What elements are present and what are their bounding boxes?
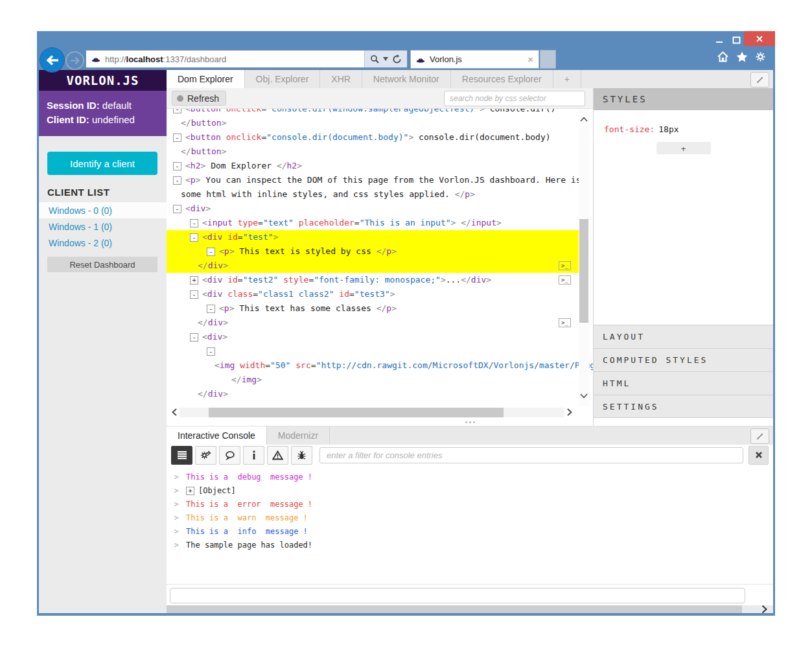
attach-console-button[interactable]: >_ <box>559 318 571 327</box>
scroll-up-icon[interactable] <box>579 114 589 124</box>
collapse-icon[interactable]: - <box>173 109 181 113</box>
reset-dashboard-button[interactable]: Reset Dashboard <box>47 257 157 272</box>
client-list-item[interactable]: Windows - 2 (0) <box>39 235 167 251</box>
scroll-right-icon[interactable] <box>759 604 769 613</box>
new-tab-button[interactable] <box>540 50 556 69</box>
scrollbar-thumb[interactable] <box>167 605 742 613</box>
tab-[interactable]: + <box>553 70 581 88</box>
tab-resources-explorer[interactable]: Resources Explorer <box>451 70 553 88</box>
dom-tree-node[interactable]: -<p> This text is styled by css </p> <box>167 244 579 259</box>
search-icon[interactable] <box>370 54 379 64</box>
filter-log-button[interactable] <box>219 446 240 465</box>
dom-tree-node[interactable]: -<div id="test"> <box>167 230 579 244</box>
caret-down-icon[interactable] <box>383 57 388 61</box>
collapse-icon[interactable]: - <box>173 134 181 142</box>
favorites-star-icon[interactable] <box>736 51 748 62</box>
node-search-input[interactable] <box>444 91 585 106</box>
filter-all-button[interactable] <box>171 446 192 465</box>
tab-obj-explorer[interactable]: Obj. Explorer <box>245 70 321 88</box>
dom-tree-node[interactable]: +<div id="test2" style="font-family: mon… <box>167 273 579 287</box>
dom-tree-node[interactable]: -<input type="text" placeholder="This is… <box>167 216 579 230</box>
console-tab-modernizr[interactable]: Modernizr <box>267 426 330 445</box>
dom-tree-node[interactable]: </div> <box>167 387 579 401</box>
tab-network-monitor[interactable]: Network Monitor <box>362 70 451 88</box>
dom-tree-node[interactable]: -<p> This text has some classes </p> <box>167 301 579 316</box>
expand-console-button[interactable] <box>750 428 769 444</box>
filter-error-button[interactable] <box>291 446 312 465</box>
collapse-icon[interactable]: - <box>190 333 198 342</box>
styles-section-header[interactable]: STYLES <box>594 88 773 110</box>
window-maximize-button[interactable] <box>728 34 745 47</box>
attach-console-button[interactable]: >_ <box>559 261 571 270</box>
accordion-section-settings[interactable]: SETTINGS <box>594 395 773 418</box>
dom-tree-node[interactable]: -<div class="class1 class2" id="test3"> <box>167 287 579 301</box>
dom-tree-node[interactable]: -<button onclick="console.dir(document.b… <box>167 130 579 145</box>
css-rule[interactable]: font-size:18px <box>604 124 773 134</box>
address-bar[interactable]: http://localhost:1337/dashboard <box>86 50 408 68</box>
dom-tree-node[interactable]: - <box>167 344 579 358</box>
refresh-button[interactable]: Refresh <box>172 91 226 106</box>
collapse-icon[interactable]: - <box>173 176 181 185</box>
accordion-section-computed-styles[interactable]: COMPUTED STYLES <box>594 348 773 371</box>
dom-tree-node[interactable]: </div>>_ <box>167 316 579 330</box>
dom-tree-node[interactable]: </button> <box>167 116 579 130</box>
dom-tree-node[interactable]: <img width="50" src="http://cdn.rawgit.c… <box>167 358 579 373</box>
expand-panel-button[interactable] <box>750 72 769 87</box>
collapse-icon[interactable]: - <box>207 347 215 356</box>
tab-close-icon[interactable]: × <box>528 54 533 64</box>
collapse-icon[interactable]: - <box>207 305 215 313</box>
scrollbar-thumb[interactable] <box>209 408 504 417</box>
collapse-icon[interactable]: - <box>190 290 198 299</box>
console-horizontal-scrollbar[interactable] <box>167 605 773 613</box>
attach-console-button[interactable]: >_ <box>559 275 571 285</box>
filter-info-button[interactable] <box>243 446 264 465</box>
accordion-section-layout[interactable]: LAYOUT <box>594 325 773 348</box>
console-clear-button[interactable] <box>748 446 769 465</box>
dom-tree[interactable]: -<button onclick="console.dir(window.sam… <box>167 109 593 406</box>
dom-tree-vertical-scrollbar[interactable] <box>579 109 589 406</box>
accordion-section-html[interactable]: HTML <box>594 371 773 395</box>
collapse-icon[interactable]: - <box>207 248 215 256</box>
dom-tree-horizontal-scrollbar[interactable] <box>169 406 575 418</box>
console-entry: >This is a error message ! <box>167 498 773 511</box>
console-tab-interactive-console[interactable]: Interactive Console <box>167 426 267 445</box>
tab-xhr[interactable]: XHR <box>320 70 362 88</box>
window-minimize-button[interactable] <box>711 34 728 47</box>
dom-tree-node[interactable]: </button> <box>167 145 579 159</box>
collapse-icon[interactable]: - <box>173 162 181 170</box>
console-filter-input[interactable] <box>319 447 743 463</box>
dom-tree-node[interactable]: -<button onclick="console.dir(window.sam… <box>167 109 579 116</box>
collapse-icon[interactable]: - <box>173 205 181 213</box>
client-list-item[interactable]: Windows - 0 (0) <box>39 202 167 218</box>
dom-tree-node[interactable]: -<div> <box>167 330 579 344</box>
scrollbar-thumb[interactable] <box>579 219 588 323</box>
tab-dom-explorer[interactable]: Dom Explorer <box>167 70 245 88</box>
console-command-input[interactable] <box>170 588 745 603</box>
expand-icon[interactable]: + <box>186 487 194 495</box>
collapse-icon[interactable]: - <box>190 219 198 227</box>
refresh-icon[interactable] <box>392 54 402 64</box>
browser-tab[interactable]: Vorlon.js × <box>410 50 539 69</box>
filter-debug-button[interactable] <box>195 446 216 465</box>
scroll-left-icon[interactable] <box>169 407 180 417</box>
collapse-icon[interactable]: - <box>190 233 198 242</box>
identify-client-button[interactable]: Identify a client <box>47 152 157 175</box>
dom-tree-node[interactable]: </img> <box>167 373 579 387</box>
dom-tree-node[interactable]: -<h2> Dom Explorer </h2> <box>167 159 579 173</box>
scroll-down-icon[interactable] <box>579 391 589 401</box>
add-style-button[interactable]: + <box>656 142 711 154</box>
home-icon[interactable] <box>717 51 729 62</box>
dom-tree-node[interactable]: -<div> <box>167 202 579 216</box>
scrollbar-track[interactable] <box>180 408 564 417</box>
settings-gear-icon[interactable] <box>755 51 766 62</box>
scroll-right-icon[interactable] <box>564 407 575 417</box>
back-button[interactable] <box>40 47 65 73</box>
filter-warn-button[interactable] <box>267 446 288 465</box>
dom-tree-node[interactable]: -<p> You can inspect the DOM of this pag… <box>167 173 579 187</box>
expand-icon[interactable]: + <box>190 276 198 285</box>
window-close-button[interactable] <box>744 31 775 46</box>
forward-button[interactable] <box>65 51 84 70</box>
client-list-item[interactable]: Windows - 1 (0) <box>39 218 167 235</box>
dom-tree-node[interactable]: some html with inline styles, and css st… <box>167 187 579 202</box>
dom-tree-node[interactable]: </div>>_ <box>167 259 579 273</box>
